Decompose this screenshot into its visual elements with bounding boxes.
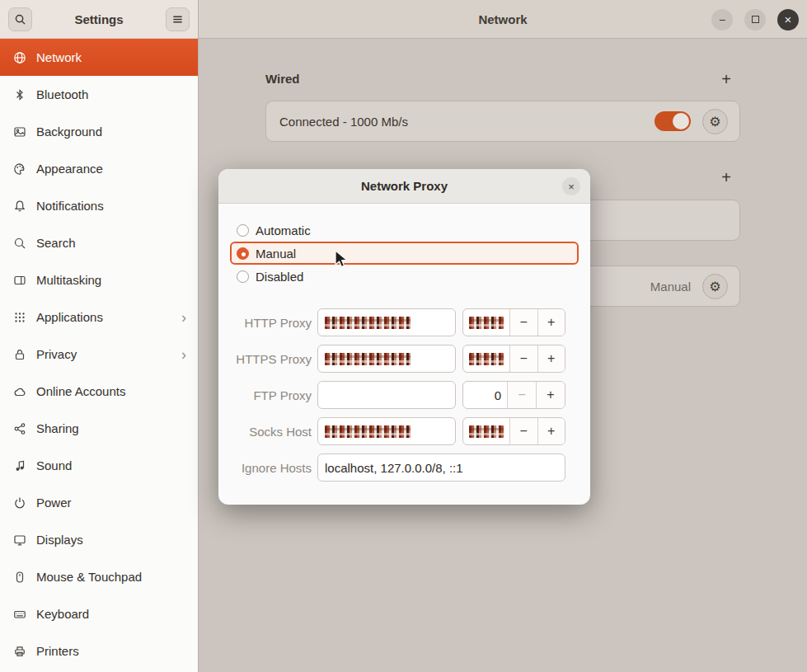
decrement-button[interactable]: − — [509, 418, 537, 444]
port-value[interactable]: 0 — [463, 382, 507, 408]
proxy-mode-radio-group: Automatic Manual Disabled — [230, 219, 579, 288]
sidebar-item-displays[interactable]: Displays — [0, 521, 198, 558]
field-label: HTTPS Proxy — [218, 352, 312, 366]
chevron-right-icon: › — [181, 310, 186, 325]
field-label: FTP Proxy — [218, 388, 312, 402]
wired-connection-row[interactable]: Connected - 1000 Mb/s ⚙ — [265, 101, 740, 142]
minimize-icon: − — [719, 13, 725, 26]
increment-button[interactable]: + — [536, 382, 565, 408]
close-icon: × — [568, 181, 575, 193]
wired-section-title: Wired — [265, 72, 300, 86]
https-proxy-row: HTTPS Proxy − + — [218, 345, 590, 373]
search-icon — [14, 13, 26, 26]
ignore-hosts-input[interactable] — [317, 453, 565, 482]
socks-host-input[interactable] — [317, 417, 456, 445]
decrement-button[interactable]: − — [509, 309, 537, 336]
settings-window: Settings Network Bluetooth Background — [0, 0, 807, 672]
window-controls: − × — [711, 0, 799, 39]
minimize-button[interactable]: − — [711, 9, 733, 31]
increment-button[interactable]: + — [537, 345, 565, 372]
sidebar-item-multitasking[interactable]: Multitasking — [0, 261, 198, 298]
maximize-button[interactable] — [744, 9, 766, 31]
page-title: Network — [478, 12, 527, 26]
port-value[interactable] — [463, 418, 509, 444]
mouse-icon — [13, 571, 26, 584]
https-proxy-host-input[interactable] — [317, 345, 456, 373]
sidebar-item-label: Appearance — [36, 162, 186, 176]
sidebar-item-privacy[interactable]: Privacy › — [0, 336, 198, 373]
sidebar-item-label: Network — [36, 50, 186, 64]
redacted-mosaic — [325, 317, 411, 329]
radio-automatic[interactable]: Automatic — [230, 219, 579, 242]
radio-disabled[interactable]: Disabled — [230, 265, 579, 288]
sidebar-item-background[interactable]: Background — [0, 113, 198, 150]
wired-toggle[interactable] — [655, 111, 691, 131]
close-window-button[interactable]: × — [777, 9, 799, 31]
proxy-mode-value: Manual — [650, 280, 691, 294]
increment-button[interactable]: + — [537, 418, 565, 444]
palette-icon — [13, 162, 26, 176]
proxy-settings-button[interactable]: ⚙ — [702, 274, 728, 299]
ftp-proxy-host-input[interactable] — [317, 381, 456, 409]
radio-circle-icon — [237, 270, 249, 283]
sidebar-item-label: Background — [36, 125, 186, 139]
sidebar-item-label: Sound — [36, 458, 186, 472]
sidebar-item-mouse-touchpad[interactable]: Mouse & Touchpad — [0, 558, 198, 595]
sidebar-item-notifications[interactable]: Notifications — [0, 187, 198, 224]
increment-button[interactable]: + — [537, 309, 565, 336]
redacted-mosaic — [469, 317, 504, 329]
sidebar-item-printers[interactable]: Printers — [0, 632, 198, 670]
radio-circle-checked-icon — [237, 247, 249, 260]
chevron-right-icon: › — [181, 347, 186, 362]
ignore-hosts-row: Ignore Hosts — [218, 453, 590, 482]
sidebar-item-label: Sharing — [36, 421, 186, 435]
dialog-close-button[interactable]: × — [562, 177, 580, 195]
bluetooth-icon — [13, 88, 26, 101]
sidebar-item-appearance[interactable]: Appearance — [0, 150, 198, 187]
share-icon — [13, 422, 26, 435]
sidebar-item-label: Mouse & Touchpad — [36, 570, 186, 584]
sidebar-item-bluetooth[interactable]: Bluetooth — [0, 76, 198, 113]
decrement-button[interactable]: − — [509, 345, 537, 372]
port-value[interactable] — [463, 345, 509, 372]
music-note-icon — [13, 459, 26, 472]
sidebar-item-label: Power — [36, 496, 186, 510]
toggle-knob — [673, 113, 689, 129]
add-vpn-button[interactable]: + — [716, 167, 737, 188]
sidebar-item-search[interactable]: Search — [0, 224, 198, 261]
http-proxy-host-input[interactable] — [317, 308, 456, 336]
add-wired-button[interactable]: + — [716, 68, 737, 90]
wired-settings-button[interactable]: ⚙ — [702, 109, 728, 134]
power-icon — [13, 496, 26, 510]
bell-icon — [13, 200, 26, 213]
search-icon — [13, 237, 26, 250]
menu-button[interactable] — [166, 7, 190, 31]
network-proxy-dialog: Network Proxy × Automatic Manual Disable… — [218, 169, 590, 505]
sidebar-item-network[interactable]: Network — [0, 39, 198, 76]
keyboard-icon — [13, 608, 26, 621]
radio-manual[interactable]: Manual — [230, 242, 579, 265]
sidebar-item-applications[interactable]: Applications › — [0, 298, 198, 336]
decrement-button[interactable]: − — [507, 382, 536, 408]
sidebar-item-keyboard[interactable]: Keyboard — [0, 595, 198, 632]
sidebar-item-power[interactable]: Power — [0, 484, 198, 521]
sidebar-item-sound[interactable]: Sound — [0, 447, 198, 484]
redacted-mosaic — [325, 353, 411, 365]
radio-label: Automatic — [256, 223, 311, 237]
search-button[interactable] — [8, 7, 32, 31]
dialog-title: Network Proxy — [361, 179, 448, 193]
radio-label: Disabled — [256, 270, 303, 284]
plus-icon: + — [721, 168, 731, 187]
gear-icon: ⚙ — [709, 279, 720, 294]
multitasking-icon — [13, 274, 26, 287]
https-proxy-port-spinner: − + — [462, 345, 565, 373]
close-icon: × — [785, 12, 792, 26]
sidebar-item-online-accounts[interactable]: Online Accounts — [0, 373, 198, 410]
maximize-icon — [752, 16, 759, 23]
apps-grid-icon — [13, 311, 26, 324]
sidebar-item-label: Bluetooth — [36, 87, 186, 101]
ftp-proxy-port-spinner: 0 − + — [462, 381, 565, 409]
sidebar-item-sharing[interactable]: Sharing — [0, 410, 198, 447]
port-value[interactable] — [463, 309, 509, 336]
sidebar-item-label: Multitasking — [36, 273, 186, 287]
